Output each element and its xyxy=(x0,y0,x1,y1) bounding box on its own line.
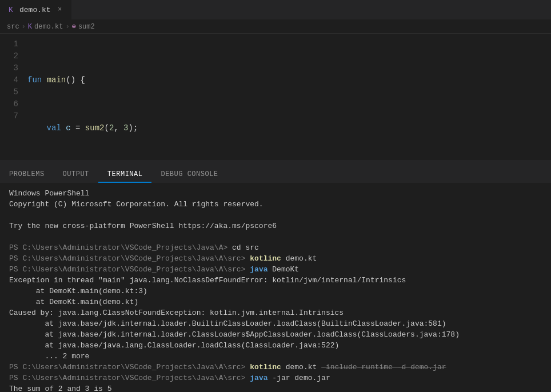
terminal-line: Exception in thread "main" java.lang.NoC… xyxy=(9,275,542,286)
terminal-blank xyxy=(9,231,542,242)
terminal-line: at java.base/jdk.internal.loader.Builtin… xyxy=(9,318,542,329)
breadcrumb: src › K demo.kt › ⊕ sum2 xyxy=(0,20,551,34)
terminal-line: PS C:\Users\Administrator\VSCode_Project… xyxy=(9,264,542,275)
terminal-line: at java.base/java.lang.ClassLoader.loadC… xyxy=(9,340,542,351)
tab-problems[interactable]: PROBLEMS xyxy=(0,167,54,183)
terminal-line: Windows PowerShell xyxy=(9,188,542,199)
terminal-line: ... 2 more xyxy=(9,351,542,362)
breadcrumb-file-icon: K xyxy=(28,23,32,31)
code-line-2: val c = sum2(2, 3); xyxy=(27,122,551,134)
breadcrumb-sep-2: › xyxy=(65,23,69,31)
tab-close-button[interactable]: × xyxy=(55,6,65,14)
code-line-1: fun main() { xyxy=(27,74,551,86)
terminal-line: Copyright (C) Microsoft Corporation. All… xyxy=(9,199,542,210)
tab-output[interactable]: OUTPUT xyxy=(54,167,98,183)
panel-tab-bar: PROBLEMS OUTPUT TERMINAL DEBUG CONSOLE xyxy=(0,163,551,183)
breadcrumb-src[interactable]: src xyxy=(7,23,19,31)
bottom-panel: PROBLEMS OUTPUT TERMINAL DEBUG CONSOLE W… xyxy=(0,163,551,392)
terminal-line: PS C:\Users\Administrator\VSCode_Project… xyxy=(9,362,542,373)
kotlin-file-icon: K xyxy=(7,6,15,14)
terminal-line: The sum of 2 and 3 is 5 xyxy=(9,383,542,392)
line-numbers: 1 2 3 4 5 6 7 xyxy=(0,38,27,155)
terminal-blank xyxy=(9,210,542,221)
code-area[interactable]: 1 2 3 4 5 6 7 fun main() { val c = sum2(… xyxy=(0,34,551,160)
tab-demo-kt[interactable]: K demo.kt × xyxy=(0,0,72,19)
breadcrumb-sep-1: › xyxy=(22,23,26,31)
terminal-line: PS C:\Users\Administrator\VSCode_Project… xyxy=(9,253,542,264)
terminal-line: at java.base/jdk.internal.loader.ClassLo… xyxy=(9,329,542,340)
breadcrumb-symbol[interactable]: sum2 xyxy=(78,23,95,31)
terminal-line: at DemoKt.main(demo.kt) xyxy=(9,297,542,307)
terminal-line: at DemoKt.main(demo.kt:3) xyxy=(9,286,542,297)
breadcrumb-file[interactable]: demo.kt xyxy=(34,23,63,31)
terminal-line: PS C:\Users\Administrator\VSCode_Project… xyxy=(9,373,542,383)
terminal-line: Caused by: java.lang.ClassNotFoundExcept… xyxy=(9,307,542,318)
terminal-content[interactable]: Windows PowerShell Copyright (C) Microso… xyxy=(0,183,551,392)
code-content[interactable]: fun main() { val c = sum2(2, 3); println… xyxy=(27,38,551,155)
breadcrumb-symbol-icon: ⊕ xyxy=(72,22,76,31)
tab-terminal[interactable]: TERMINAL xyxy=(98,167,152,183)
terminal-line: PS C:\Users\Administrator\VSCode_Project… xyxy=(9,242,542,253)
terminal-line: Try the new cross-platform PowerShell ht… xyxy=(9,221,542,231)
tab-debug-console[interactable]: DEBUG CONSOLE xyxy=(151,167,227,183)
tab-bar: K demo.kt × xyxy=(0,0,551,20)
tab-label: demo.kt xyxy=(19,6,51,14)
code-editor: 1 2 3 4 5 6 7 fun main() { val c = sum2(… xyxy=(0,34,551,160)
